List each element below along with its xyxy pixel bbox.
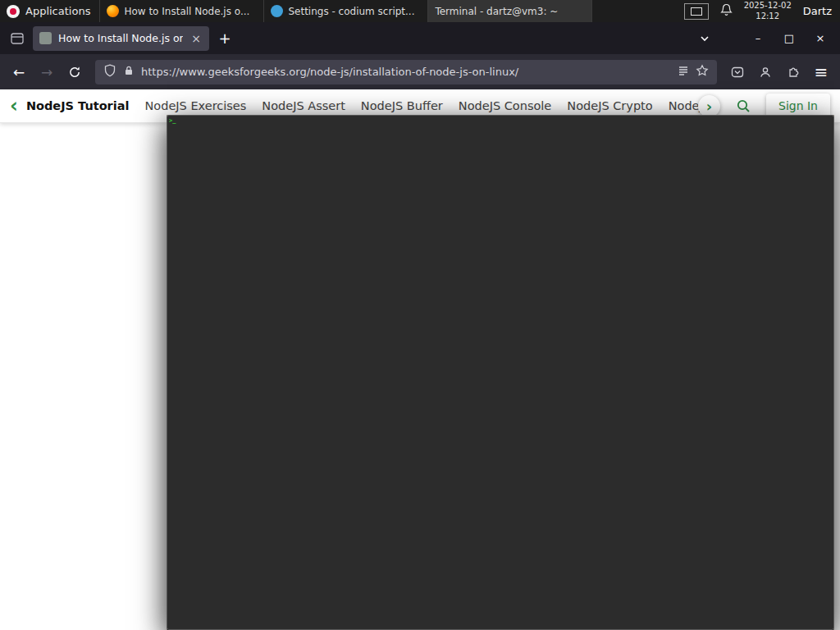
taskbar-button-label: How to Install Node.js o... [124,6,249,17]
nav-item[interactable]: NodeJS Buffer [361,99,443,112]
nav-item[interactable]: NodeJS Exercises [144,99,246,112]
tab-favicon-icon [39,32,52,44]
browser-tab[interactable]: How to Install Node.js on × [33,26,209,51]
panel-indicators: 2025-12-02 12:12 Dartz [684,0,840,22]
reload-button[interactable] [62,60,87,84]
window-minimize-button[interactable]: – [745,28,771,49]
applications-label: Applications [25,5,90,17]
notifications-bell-icon[interactable] [720,3,733,19]
window-maximize-button[interactable]: □ [776,28,802,49]
taskbar-button-label: Settings - codium script... [288,6,414,17]
terminal-icon [167,115,834,630]
reader-mode-icon[interactable] [678,64,689,80]
taskbar-button-label: Terminal - dartz@vm3: ~ [435,6,558,17]
taskbar-button-codium[interactable]: Settings - codium script... [264,0,428,22]
nav-item[interactable]: NodeJS Crypto [567,99,652,112]
distro-logo-icon [7,5,20,18]
nav-item[interactable]: NodeJS Assert [262,99,345,112]
clock-date: 2025-12-02 [744,1,792,11]
back-button[interactable]: ← [7,60,31,84]
nav-scroll-left-chevron-icon[interactable]: ‹ [10,96,18,116]
task-list: How to Install Node.js o...Settings - co… [100,0,592,22]
clock[interactable]: 2025-12-02 12:12 [744,1,792,21]
nav-item[interactable]: NodeJS Console [459,99,552,112]
search-icon [736,98,751,113]
taskbar-button-firefox[interactable]: How to Install Node.js o... [100,0,264,22]
window-close-button[interactable]: × [807,28,833,49]
url-text[interactable]: https://www.geeksforgeeks.org/node-js/in… [141,66,671,78]
clock-time: 12:12 [744,11,792,22]
list-all-tabs-chevron-icon[interactable] [692,28,717,49]
search-button[interactable] [732,94,755,117]
taskbar: Applications How to Install Node.js o...… [0,0,840,22]
nav-item[interactable]: NodeJS Tutorial [26,99,130,112]
nav-scroll-right-chevron-icon[interactable]: › [698,95,720,117]
user-menu[interactable]: Dartz [803,5,832,17]
shield-icon[interactable] [103,64,116,80]
firefox-view-icon[interactable] [7,28,28,49]
gfg-nav-list: NodeJS TutorialNodeJS ExercisesNodeJS As… [26,99,711,112]
lock-icon[interactable] [123,64,135,80]
pocket-save-icon[interactable] [725,60,750,84]
tab-bar: How to Install Node.js on × + – □ × [0,22,840,54]
monitor-icon [691,7,702,16]
tab-title: How to Install Node.js on [58,32,183,44]
forward-button[interactable]: → [34,60,59,84]
hamburger-menu-icon[interactable]: ≡ [809,60,833,84]
tray-window-icon[interactable] [684,3,709,20]
extensions-puzzle-icon[interactable] [781,60,806,84]
desktop: Applications How to Install Node.js o...… [0,0,840,630]
account-icon[interactable] [753,60,778,84]
codium-icon [271,5,283,17]
url-bar[interactable]: https://www.geeksforgeeks.org/node-js/in… [95,60,717,84]
new-tab-button[interactable]: + [214,30,235,47]
navigation-toolbar: ← → https://www.geeksforgeeks.org/node-j… [0,54,840,89]
firefox-icon [107,5,119,17]
bookmark-star-icon[interactable] [696,64,709,80]
taskbar-button-terminal[interactable]: Terminal - dartz@vm3: ~ [428,0,592,22]
applications-menu-button[interactable]: Applications [0,0,100,22]
tab-close-icon[interactable]: × [189,32,203,45]
